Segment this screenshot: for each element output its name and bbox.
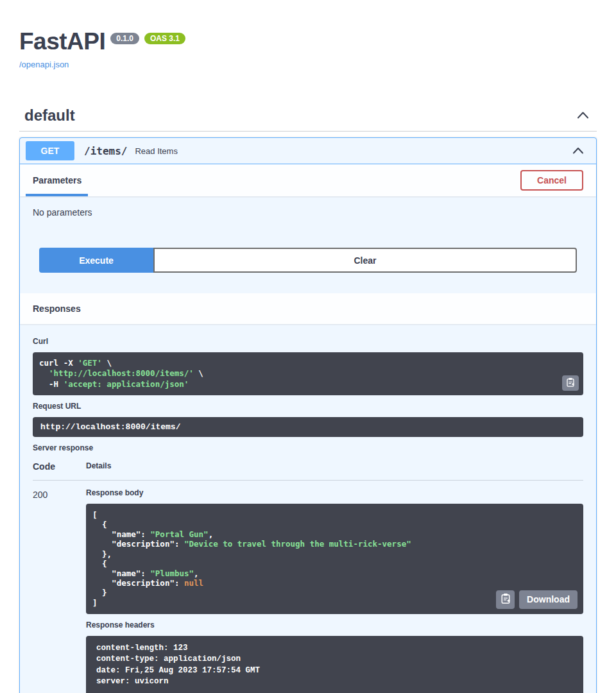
request-url-value: http://localhost:8000/items/ (40, 422, 180, 432)
chevron-up-icon (572, 146, 584, 156)
tab-parameters[interactable]: Parameters (33, 175, 81, 185)
api-title-row: FastAPI0.1.0OAS 3.1 (19, 30, 597, 53)
execute-wrapper: Execute Clear (20, 248, 596, 293)
execute-button[interactable]: Execute (39, 248, 153, 273)
server-response-label: Server response (33, 443, 583, 452)
curl-command-block: curl -X 'GET' \ 'http://localhost:8000/i… (33, 352, 583, 395)
operation-body: Parameters Cancel No parameters Execute … (20, 164, 596, 693)
openapi-spec-link[interactable]: /openapi.json (19, 60, 69, 69)
curl-label: Curl (33, 337, 583, 346)
api-title: FastAPI (19, 28, 105, 55)
parameters-section-header: Parameters Cancel (20, 164, 596, 196)
response-headers-label: Response headers (86, 620, 583, 629)
response-body-actions: Download (496, 590, 578, 609)
response-body-block: [ { "name": "Portal Gun", "description":… (86, 504, 583, 614)
api-info-header: FastAPI0.1.0OAS 3.1 /openapi.json (0, 0, 616, 70)
download-button[interactable]: Download (519, 590, 578, 609)
responses-section-title: Responses (33, 304, 81, 314)
clear-button[interactable]: Clear (153, 248, 577, 273)
version-badge: 0.1.0 (110, 33, 139, 44)
response-headers-block: content-length: 123content-type: applica… (86, 636, 583, 693)
response-table-header: Code Details (33, 461, 583, 481)
responses-section-header: Responses (20, 293, 596, 324)
collapse-section-button[interactable] (573, 108, 593, 123)
swagger-ui-page: FastAPI0.1.0OAS 3.1 /openapi.json defaul… (0, 0, 616, 693)
copy-curl-button[interactable] (562, 375, 579, 391)
collapse-operation-button[interactable] (569, 144, 588, 158)
opblock-get-items: GET /items/ Read Items Parameters Cancel (19, 137, 597, 693)
operation-description: Read Items (135, 146, 177, 156)
tag-section-header[interactable]: default (19, 107, 597, 132)
operation-path: /items/ (84, 145, 127, 157)
request-url-block: http://localhost:8000/items/ (33, 417, 583, 437)
request-url-label: Request URL (33, 402, 583, 411)
copy-response-button[interactable] (496, 590, 515, 609)
oas-version-badge: OAS 3.1 (144, 33, 185, 44)
chevron-up-icon (577, 111, 589, 121)
response-row: 200 Response body [ { "name": "Portal Gu… (33, 481, 583, 693)
response-body-label: Response body (86, 488, 583, 497)
no-parameters-text: No parameters (33, 207, 583, 218)
status-code: 200 (33, 488, 86, 693)
http-method-badge: GET (26, 141, 74, 160)
responses-wrapper: Curl curl -X 'GET' \ 'http://localhost:8… (20, 324, 596, 693)
live-response-table: Code Details 200 Response body [ { "name… (33, 461, 583, 693)
operation-summary[interactable]: GET /items/ Read Items (20, 138, 596, 164)
cancel-button[interactable]: Cancel (520, 170, 583, 191)
clipboard-copy-icon (566, 377, 575, 389)
curl-command-code: curl -X 'GET' \ 'http://localhost:8000/i… (39, 358, 577, 389)
response-details-cell: Response body [ { "name": "Portal Gun", … (86, 488, 583, 693)
clipboard-copy-icon (501, 593, 511, 606)
tag-title: default (24, 107, 75, 124)
tag-section-default: default GET /items/ Read Items (19, 107, 597, 693)
parameters-content: No parameters (20, 196, 596, 248)
code-column-header: Code (33, 461, 86, 472)
details-column-header: Details (86, 461, 583, 472)
response-headers-code: content-length: 123content-type: applica… (96, 643, 573, 688)
